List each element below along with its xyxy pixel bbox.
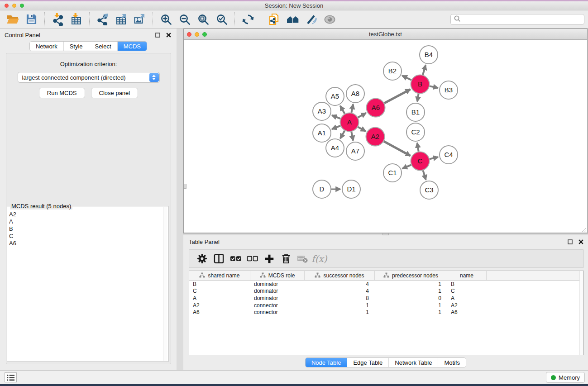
folder-open-icon[interactable] (4, 11, 22, 28)
graph-node-B1[interactable]: B1 (406, 103, 425, 121)
graph-node-A3[interactable]: A3 (313, 102, 331, 120)
deselect-all-icon[interactable] (244, 251, 261, 267)
select-all-icon[interactable] (227, 251, 244, 267)
graph-node-C2[interactable]: C2 (406, 123, 425, 141)
export-network-icon[interactable] (93, 11, 112, 28)
close-panel-button[interactable]: Close panel (91, 88, 139, 98)
mcds-result-item[interactable]: B (9, 225, 163, 233)
graph-node-C[interactable]: C (411, 152, 430, 171)
graph-edge-A-A8[interactable] (351, 105, 353, 113)
column-header-MCDS-role[interactable]: MCDS role (250, 271, 305, 280)
graph-node-B[interactable]: B (411, 75, 430, 94)
zoom-fit-icon[interactable] (194, 11, 212, 28)
import-network-icon[interactable] (48, 11, 67, 28)
mcds-result-scrollbar[interactable] (163, 207, 167, 361)
column-header-predecessor-nodes[interactable]: predecessor nodes (375, 271, 447, 280)
graph-node-D[interactable]: D (313, 180, 331, 198)
graph-node-D1[interactable]: D1 (342, 180, 360, 198)
close-window-button[interactable] (5, 4, 9, 8)
graph-node-C4[interactable]: C4 (440, 146, 458, 164)
resize-grip-icon[interactable] (581, 226, 587, 232)
mcds-result-item[interactable]: C (9, 233, 163, 240)
table-row[interactable]: A2connector11A2 (189, 302, 583, 309)
zoom-window-button[interactable] (20, 4, 24, 8)
run-mcds-button[interactable]: Run MCDS (39, 88, 85, 98)
graph-edge-A-A1[interactable] (332, 126, 340, 129)
graph-node-B2[interactable]: B2 (383, 62, 402, 80)
column-header-name[interactable]: name (447, 271, 487, 280)
table-row[interactable]: Adominator80A (189, 295, 583, 302)
split-columns-icon[interactable] (210, 251, 227, 267)
graph-edge-C-C2[interactable] (417, 143, 419, 152)
graph-edge-A6-B[interactable] (384, 89, 410, 103)
graph-edge-A-A3[interactable] (332, 115, 340, 119)
graph-node-A4[interactable]: A4 (326, 139, 344, 157)
eye-icon[interactable] (320, 11, 339, 28)
graph-node-A7[interactable]: A7 (346, 142, 364, 160)
search-input[interactable] (463, 15, 584, 24)
graph-edge-A-A4[interactable] (340, 131, 345, 138)
column-header-successor-nodes[interactable]: successor nodes (305, 271, 375, 280)
graph-edge-A-A2[interactable] (358, 127, 366, 131)
graph-node-B3[interactable]: B3 (440, 81, 458, 99)
column-header-shared-name[interactable]: shared name (189, 271, 250, 280)
import-table-icon[interactable] (67, 11, 86, 28)
add-icon[interactable] (261, 251, 277, 267)
network-close-button[interactable] (187, 32, 191, 37)
graph-edge-A-A7[interactable] (351, 132, 353, 140)
search-box[interactable] (450, 14, 584, 25)
graph-node-C1[interactable]: C1 (383, 164, 402, 182)
float-panel-icon[interactable] (566, 238, 574, 245)
graph-edge-A2-C[interactable] (384, 141, 411, 156)
close-panel-icon[interactable] (577, 238, 584, 245)
tab-select[interactable]: Select (89, 42, 117, 51)
table-scrollbar[interactable] (579, 271, 583, 355)
graph-node-C3[interactable]: C3 (420, 181, 438, 199)
home-icon[interactable] (283, 11, 302, 28)
tab-network[interactable]: Network (30, 42, 63, 51)
graph-node-A5[interactable]: A5 (326, 87, 344, 105)
graph-node-A6[interactable]: A6 (367, 99, 385, 117)
zoom-out-icon[interactable] (175, 11, 194, 28)
graph-edge-B-B4[interactable] (423, 65, 425, 75)
gear-icon[interactable] (194, 251, 210, 267)
float-panel-icon[interactable] (154, 31, 161, 38)
tab-network-table[interactable]: Network Table (388, 358, 438, 367)
graph-node-A1[interactable]: A1 (313, 124, 331, 142)
graph-node-A[interactable]: A (340, 113, 359, 132)
graph-edge-A-A5[interactable] (340, 106, 345, 114)
zoom-selected-icon[interactable] (212, 11, 231, 28)
graph-edge-B-B2[interactable] (402, 76, 411, 80)
network-canvas[interactable]: B4B2BB3A5A8A6A3B1AC2A1A2A4A7C4CC1DD1C3 (184, 40, 587, 233)
graph-edge-B-B3[interactable] (430, 86, 438, 88)
mcds-result-item[interactable]: A6 (9, 240, 163, 247)
clone-network-icon[interactable] (265, 11, 283, 28)
export-table-icon[interactable] (112, 11, 130, 28)
close-panel-icon[interactable] (165, 31, 172, 38)
hide-panels-icon[interactable] (302, 11, 320, 28)
graph-node-B4[interactable]: B4 (420, 46, 438, 64)
network-window-titlebar[interactable]: testGlobe.txt (184, 29, 587, 40)
graph-edge-C-C3[interactable] (423, 171, 425, 180)
memory-button[interactable]: Memory (546, 372, 585, 383)
export-image-icon[interactable] (130, 11, 149, 28)
table-row[interactable]: Bdominator41B (189, 281, 583, 288)
graph-edge-C-C4[interactable] (430, 157, 438, 159)
tab-motifs[interactable]: Motifs (438, 358, 466, 367)
refresh-icon[interactable] (239, 11, 257, 28)
minimize-window-button[interactable] (12, 4, 16, 8)
tab-style[interactable]: Style (63, 42, 89, 51)
optimization-criterion-select[interactable]: largest connected component (directed) (18, 72, 160, 83)
table-row[interactable]: Cdominator41C (189, 288, 583, 295)
network-minimize-button[interactable] (195, 32, 199, 37)
tab-edge-table[interactable]: Edge Table (347, 358, 388, 367)
mcds-result-item[interactable]: A (9, 218, 163, 225)
trash-icon[interactable] (277, 251, 294, 267)
tab-node-table[interactable]: Node Table (306, 358, 347, 367)
mcds-result-item[interactable]: A2 (9, 211, 163, 218)
graph-node-A8[interactable]: A8 (346, 85, 364, 103)
graph-edge-C-C1[interactable] (402, 165, 411, 168)
splitter-handle[interactable] (184, 184, 186, 189)
tab-mcds[interactable]: MCDS (117, 42, 147, 51)
table-row[interactable]: A6connector11A6 (189, 309, 583, 316)
